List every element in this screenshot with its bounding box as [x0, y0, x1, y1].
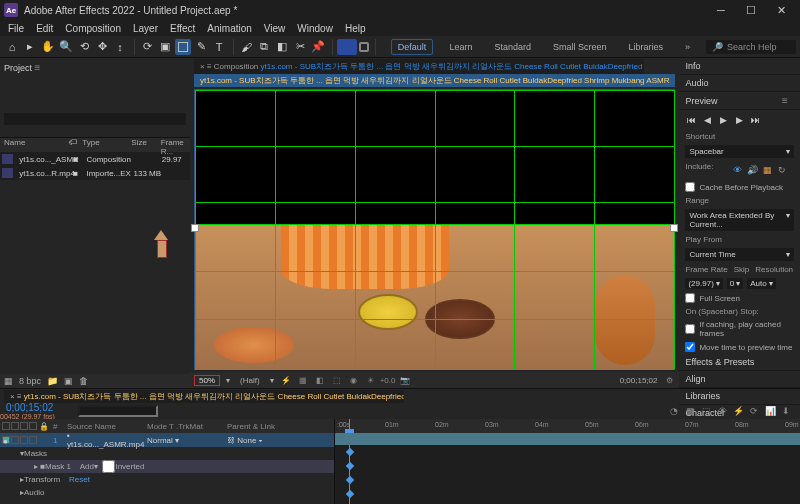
layer-row[interactable]: ● 1 ▪ yt1s.co..._ASMR.mp4 Normal ▾ ⛓ Non…: [0, 433, 334, 447]
framerate-dropdown[interactable]: (29.97)▾: [685, 278, 722, 289]
panel-menu-icon[interactable]: ≡: [17, 392, 22, 401]
video-include-icon[interactable]: 👁: [731, 164, 743, 176]
header-parent[interactable]: Parent & Link: [227, 422, 287, 431]
panel-info[interactable]: Info: [679, 58, 800, 75]
loop-icon[interactable]: ↻: [776, 164, 788, 176]
interpret-icon[interactable]: ▦: [4, 376, 13, 386]
tl-icon[interactable]: ▦: [684, 405, 696, 417]
col-label[interactable]: 🏷: [69, 138, 83, 152]
menu-file[interactable]: File: [4, 23, 28, 34]
new-folder-icon[interactable]: 📁: [47, 376, 58, 386]
menu-help[interactable]: Help: [341, 23, 370, 34]
project-item[interactable]: yt1s.co..._ASMR ■ Composition 29.97: [0, 152, 190, 166]
composition-breadcrumb[interactable]: yt1s.com - SUB치즈가득 두툼한 ... 읍면 먹방 새우튀김까지 …: [194, 74, 675, 87]
dolly-tool[interactable]: ↕: [112, 39, 128, 55]
tl-icon[interactable]: 📊: [764, 405, 776, 417]
mask-handle[interactable]: [670, 224, 678, 232]
project-search[interactable]: [4, 113, 186, 125]
hand-tool[interactable]: ✋: [40, 39, 56, 55]
prev-frame-button[interactable]: ◀: [701, 114, 713, 126]
viewer-options-icon[interactable]: ⚙: [663, 374, 675, 386]
panel-menu-icon[interactable]: ≡: [207, 62, 212, 71]
rectangle-tool[interactable]: [175, 39, 191, 55]
stroke-swatch[interactable]: [359, 42, 369, 52]
resolution-dropdown[interactable]: Auto▾: [747, 278, 775, 289]
play-from-dropdown[interactable]: Current Time▾: [685, 248, 794, 261]
mask-toggle-icon[interactable]: ◧: [314, 374, 326, 386]
puppet-tool[interactable]: 📌: [310, 39, 326, 55]
snapshot-icon[interactable]: 📷: [399, 374, 411, 386]
menu-view[interactable]: View: [260, 23, 290, 34]
composition-tab[interactable]: × ≡ Composition yt1s.com - SUB치즈가득 두툼한 .…: [194, 59, 644, 74]
audio-group[interactable]: ▸ Audio: [0, 486, 334, 499]
chevron-down-icon[interactable]: ▾: [226, 376, 230, 385]
panel-audio[interactable]: Audio: [679, 75, 800, 92]
timeline-timecode[interactable]: 0;00;15;02: [0, 402, 72, 413]
reset-button[interactable]: Reset: [69, 475, 90, 484]
orbit-tool[interactable]: ⟲: [76, 39, 92, 55]
rotate-tool[interactable]: ⟳: [139, 39, 155, 55]
panel-preview[interactable]: Preview≡: [679, 92, 800, 110]
zoom-dropdown[interactable]: 50%: [194, 375, 220, 386]
keyframe[interactable]: [346, 462, 354, 470]
camera-tool[interactable]: ▣: [157, 39, 173, 55]
parent-dropdown[interactable]: None: [237, 436, 256, 445]
type-tool[interactable]: T: [211, 39, 227, 55]
keyframe[interactable]: [346, 476, 354, 484]
minimize-button[interactable]: ─: [706, 1, 736, 19]
bpc-toggle[interactable]: 8 bpc: [19, 376, 41, 386]
workspace-more[interactable]: »: [679, 40, 696, 54]
zoom-tool[interactable]: 🔍: [58, 39, 74, 55]
mask-mode-dropdown[interactable]: Add: [80, 462, 94, 471]
inverted-checkbox[interactable]: [102, 460, 115, 473]
search-help[interactable]: 🔎Search Help: [706, 40, 796, 54]
trash-icon[interactable]: 🗑: [79, 376, 88, 386]
last-frame-button[interactable]: ⏭: [749, 114, 761, 126]
col-type[interactable]: Type: [82, 138, 131, 152]
chevron-down-icon[interactable]: ▾: [270, 376, 274, 385]
composition-viewer[interactable]: [194, 89, 675, 370]
overlay-include-icon[interactable]: ▦: [761, 164, 773, 176]
layer-bar[interactable]: [335, 433, 800, 445]
shortcut-dropdown[interactable]: Spacebar▾: [685, 145, 794, 158]
col-framerate[interactable]: Frame R...: [161, 138, 190, 152]
skip-dropdown[interactable]: 0▾: [727, 278, 743, 289]
col-size[interactable]: Size: [131, 138, 160, 152]
move-time-checkbox[interactable]: [685, 342, 695, 352]
tl-icon[interactable]: 👁: [716, 405, 728, 417]
fast-preview-icon[interactable]: ⚡: [280, 374, 292, 386]
panel-effects-presets[interactable]: Effects & Presets: [679, 354, 800, 371]
region-icon[interactable]: ⬚: [331, 374, 343, 386]
range-dropdown[interactable]: Work Area Extended By Current...▾: [685, 209, 794, 231]
pen-tool[interactable]: ✎: [193, 39, 209, 55]
project-item[interactable]: yt1s.co...R.mp4 ■ Importe...EX 133 MB: [0, 166, 190, 180]
menu-edit[interactable]: Edit: [32, 23, 57, 34]
selection-tool[interactable]: ▸: [22, 39, 38, 55]
header-mode[interactable]: Mode T .TrkMat: [147, 422, 227, 431]
mask-row[interactable]: ▸ ■ Mask 1 Add ▾ Inverted: [0, 460, 334, 473]
menu-effect[interactable]: Effect: [166, 23, 199, 34]
next-frame-button[interactable]: ▶: [733, 114, 745, 126]
timeline-tab[interactable]: × ≡ yt1s.com - SUB치즈가득 두툼한 ... 읍면 먹방 새우튀…: [4, 390, 404, 403]
tl-icon[interactable]: ◔: [668, 405, 680, 417]
cache-before-checkbox[interactable]: [685, 182, 695, 192]
channel-icon[interactable]: ◉: [348, 374, 360, 386]
resolution-dropdown[interactable]: (Half): [236, 376, 264, 385]
full-screen-checkbox[interactable]: [685, 293, 695, 303]
new-comp-icon[interactable]: ▣: [64, 376, 73, 386]
workspace-learn[interactable]: Learn: [443, 40, 478, 54]
masks-group[interactable]: ▾ Masks: [0, 447, 334, 460]
clone-tool[interactable]: ⧉: [256, 39, 272, 55]
workspace-standard[interactable]: Standard: [488, 40, 537, 54]
play-button[interactable]: ▶: [717, 114, 729, 126]
pan-tool[interactable]: ✥: [94, 39, 110, 55]
first-frame-button[interactable]: ⏮: [685, 114, 697, 126]
workspace-default[interactable]: Default: [391, 39, 434, 55]
transparency-grid-icon[interactable]: ▦: [297, 374, 309, 386]
roto-tool[interactable]: ✂: [292, 39, 308, 55]
transform-group[interactable]: ▸ Transform Reset: [0, 473, 334, 486]
tl-icon[interactable]: ⬚: [700, 405, 712, 417]
reset-exposure-icon[interactable]: ☀: [365, 374, 377, 386]
menu-layer[interactable]: Layer: [129, 23, 162, 34]
exposure-value[interactable]: +0.0: [382, 374, 394, 386]
